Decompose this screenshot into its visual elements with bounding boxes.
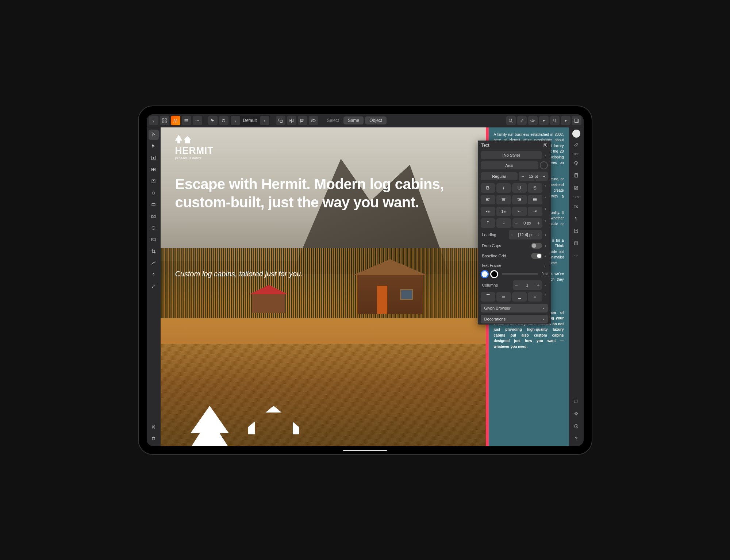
brush-panel-icon[interactable] xyxy=(571,140,581,150)
navigator-panel-icon[interactable]: ✥ xyxy=(571,409,581,419)
place-image-tool[interactable] xyxy=(149,235,159,245)
chevron-right-icon[interactable]: › xyxy=(543,254,548,258)
paragraph-style-selector[interactable]: [No Style] xyxy=(481,151,542,159)
chevron-right-icon[interactable]: › xyxy=(543,243,548,248)
crop-tool[interactable] xyxy=(149,246,159,257)
snap-icon[interactable] xyxy=(550,116,560,125)
table-tool[interactable] xyxy=(149,165,159,175)
arrange-icon[interactable] xyxy=(276,116,285,125)
more-icon[interactable] xyxy=(193,116,202,125)
app-icon[interactable] xyxy=(171,116,180,125)
color-picker-tool[interactable] xyxy=(149,281,159,292)
strikethrough-button[interactable]: S xyxy=(528,183,542,193)
decorations-button[interactable]: Decorations› xyxy=(481,315,548,323)
frame-align-middle-button[interactable]: ═ xyxy=(496,292,511,302)
indent-button[interactable]: ⇥ xyxy=(528,207,542,216)
align-justify-button[interactable] xyxy=(528,195,542,204)
valign-bottom-button[interactable]: ⤓ xyxy=(496,218,511,228)
indent-stepper[interactable]: −0 px+ xyxy=(512,218,542,228)
drop-caps-toggle[interactable] xyxy=(531,243,542,249)
chevron-right-icon[interactable]: › xyxy=(543,207,548,216)
chevron-right-icon[interactable]: › xyxy=(543,283,548,287)
chevron-right-icon[interactable]: › xyxy=(543,195,548,204)
same-button[interactable]: Same xyxy=(343,116,364,124)
more-studio-icon[interactable]: ⋯ xyxy=(571,251,581,261)
back-button[interactable] xyxy=(149,116,158,125)
baseline-grid-toggle[interactable] xyxy=(531,253,542,259)
font-size-stepper[interactable]: −12 pt+ xyxy=(519,172,548,181)
move-tool-icon[interactable] xyxy=(208,116,218,125)
grid-icon[interactable] xyxy=(160,116,169,125)
align-center-button[interactable] xyxy=(496,195,511,204)
frame-align-bottom-button[interactable]: ▁ xyxy=(512,292,527,302)
styles-panel-icon[interactable]: ¶ xyxy=(571,214,581,224)
chevron-right-icon[interactable]: › xyxy=(543,183,548,193)
glyph-browser-button[interactable]: Glyph Browser› xyxy=(481,304,548,312)
fill-tool[interactable] xyxy=(149,270,159,280)
font-family-selector[interactable]: Arial xyxy=(481,161,538,169)
effects-panel-icon[interactable]: fx xyxy=(571,201,581,211)
subheadline-text[interactable]: Custom log cabins, tailored just for you… xyxy=(175,270,303,278)
frame-align-justify-button[interactable]: ≡ xyxy=(528,292,542,302)
preset-selector[interactable]: ‹ Default › xyxy=(230,115,270,126)
picture-frame-tool[interactable] xyxy=(149,211,159,222)
hamburger-menu-icon[interactable] xyxy=(182,116,191,125)
fill-swatch[interactable] xyxy=(481,270,489,278)
layers-panel-icon[interactable] xyxy=(571,158,581,168)
chevron-right-icon[interactable]: › xyxy=(543,218,548,228)
boolean-icon[interactable] xyxy=(309,116,318,125)
numbered-list-button[interactable]: 1≡ xyxy=(496,207,511,216)
artistic-text-tool[interactable] xyxy=(149,176,159,187)
preview-icon[interactable] xyxy=(528,116,538,125)
valign-top-button[interactable]: ⤒ xyxy=(481,218,496,228)
document-page-1[interactable]: HERMIT get back to nature Escape with He… xyxy=(161,127,489,446)
text-frame-tool[interactable] xyxy=(149,153,159,163)
italic-button[interactable]: I xyxy=(496,183,511,193)
close-icon[interactable]: ✕ xyxy=(149,422,159,432)
history-panel-icon[interactable] xyxy=(571,421,581,431)
outdent-button[interactable]: ⇤ xyxy=(512,207,527,216)
node-tool[interactable] xyxy=(149,141,159,151)
columns-stepper[interactable]: −1+ xyxy=(513,280,542,290)
font-color-swatch[interactable] xyxy=(540,161,548,169)
move-tool[interactable] xyxy=(149,130,159,140)
frame-align-top-button[interactable]: ▔ xyxy=(481,292,495,302)
flip-icon[interactable] xyxy=(287,116,296,125)
canvas-area[interactable]: HERMIT get back to nature Escape with He… xyxy=(161,127,569,446)
bullet-list-button[interactable]: •≡ xyxy=(481,207,495,216)
bold-button[interactable]: B xyxy=(481,183,495,193)
chevron-left-icon[interactable]: ‹ xyxy=(231,116,240,125)
align-icon[interactable] xyxy=(298,116,307,125)
zoom-icon[interactable] xyxy=(506,116,516,125)
underline-button[interactable]: U xyxy=(512,183,527,193)
character-panel-icon[interactable] xyxy=(571,183,581,193)
leading-stepper[interactable]: −[12.4] pt+ xyxy=(509,230,542,239)
chevron-right-icon[interactable]: › xyxy=(543,292,548,302)
align-right-button[interactable] xyxy=(512,195,527,204)
assets-panel-icon[interactable] xyxy=(571,226,581,236)
chevron-right-icon[interactable]: › xyxy=(543,233,548,237)
help-icon[interactable]: ? xyxy=(571,434,581,444)
chevron-right-icon[interactable]: › xyxy=(260,116,269,125)
chevron-right-icon[interactable]: › xyxy=(543,153,548,157)
ellipse-tool[interactable] xyxy=(149,223,159,233)
zoom-fit-icon[interactable]: ⤢ xyxy=(517,116,527,125)
expand-icon[interactable]: ⇱ xyxy=(543,143,547,148)
align-left-button[interactable] xyxy=(481,195,495,204)
pen-tool[interactable] xyxy=(149,188,159,198)
font-weight-selector[interactable]: Regular xyxy=(481,172,518,180)
transform-panel-icon[interactable] xyxy=(571,396,581,407)
snap-opts-icon[interactable]: ▾ xyxy=(561,116,570,125)
stroke-swatch[interactable] xyxy=(490,270,498,278)
stroke-width-slider[interactable] xyxy=(502,273,538,275)
brush-tool-icon[interactable] xyxy=(219,116,228,125)
trash-icon[interactable] xyxy=(149,434,159,444)
rectangle-tool[interactable] xyxy=(149,200,159,210)
headline-text[interactable]: Escape with Hermit. Modern log cabins, c… xyxy=(175,175,478,211)
pages-panel-icon[interactable] xyxy=(571,170,581,181)
preview-mode-icon[interactable]: ▾ xyxy=(539,116,549,125)
panel-toggle-icon[interactable] xyxy=(572,116,581,125)
fields-panel-icon[interactable] xyxy=(571,238,581,249)
vector-brush-tool[interactable] xyxy=(149,258,159,268)
object-button[interactable]: Object xyxy=(365,116,387,124)
